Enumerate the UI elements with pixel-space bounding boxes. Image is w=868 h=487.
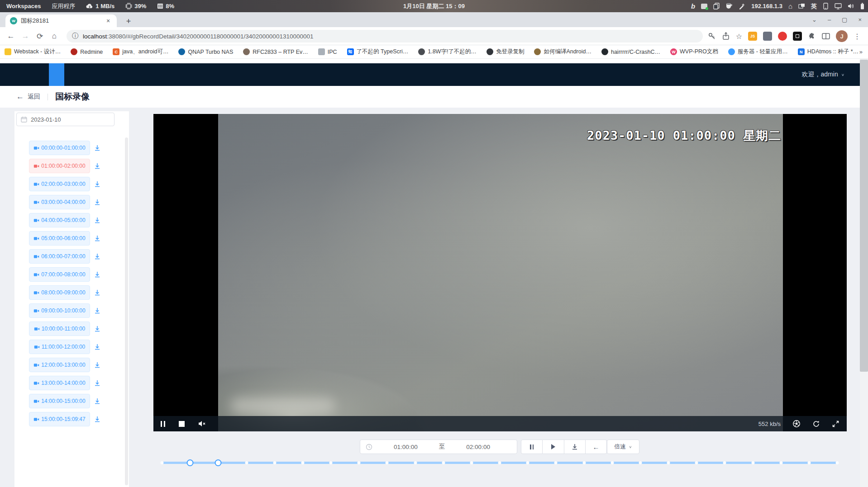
segment-button[interactable]: 06:00:00-07:00:00 — [29, 249, 90, 264]
start-time-value[interactable]: 01:00:00 — [372, 444, 439, 450]
segment-button[interactable]: 08:00:00-09:00:00 — [29, 285, 90, 300]
mute-icon[interactable] — [198, 420, 206, 427]
bookmark-item[interactable]: 如何编译Android… — [534, 48, 591, 56]
download-segment-button[interactable] — [93, 307, 101, 315]
clipboard-icon[interactable] — [713, 3, 720, 9]
back-button[interactable]: ← — [5, 31, 16, 42]
nav-item[interactable] — [29, 63, 45, 86]
download-segment-button[interactable] — [93, 288, 101, 297]
timeline-handle[interactable] — [215, 459, 222, 466]
battery-icon[interactable] — [860, 3, 864, 9]
extension-grey-icon[interactable] — [763, 32, 772, 41]
end-time-value[interactable]: 02:00:00 — [445, 444, 511, 450]
back-link[interactable]: ← 返回 — [16, 92, 40, 101]
bookmark-item[interactable]: C java、android可… — [113, 48, 168, 56]
download-segment-button[interactable] — [93, 144, 101, 152]
extension-red-icon[interactable] — [778, 32, 787, 41]
segment-button[interactable]: 14:00:00-15:00:00 — [29, 394, 90, 408]
download-segment-button[interactable] — [93, 216, 101, 224]
extension-black-icon[interactable] — [793, 32, 802, 41]
download-segment-button[interactable] — [93, 343, 101, 351]
bookmark-item[interactable]: 免登录复制 — [486, 48, 525, 56]
tab-close-icon[interactable]: × — [104, 17, 112, 25]
caffeine-cup-icon[interactable] — [725, 3, 733, 9]
extension-js-icon[interactable]: JS — [748, 32, 757, 41]
window-minimize-button[interactable]: – — [828, 16, 831, 23]
segment-button[interactable]: 13:00:00-14:00:00 — [29, 376, 90, 390]
segment-button[interactable]: 10:00:00-11:00:00 — [29, 322, 90, 336]
segment-button[interactable]: 11:00:00-12:00:00 — [29, 340, 90, 354]
time-range-input[interactable]: 01:00:00 至 02:00:00 — [360, 440, 517, 454]
page-scrollbar-thumb[interactable] — [860, 60, 868, 372]
user-menu[interactable]: 欢迎，admin ∨ — [802, 63, 844, 86]
download-segment-button[interactable] — [93, 415, 101, 423]
segment-button[interactable]: 15:00:00-15:09:47 — [29, 412, 90, 426]
window-close-button[interactable]: × — [858, 16, 862, 23]
bookmarks-overflow-icon[interactable]: » — [859, 48, 863, 55]
address-bar[interactable]: ⓘ localhost:38080/#/gbRecordDetail/34020… — [67, 30, 703, 43]
bookmark-item[interactable]: N HDAtmos :: 种子 *… — [798, 48, 858, 56]
extensions-puzzle-icon[interactable] — [808, 32, 816, 40]
download-segment-button[interactable] — [93, 397, 101, 405]
ip-address[interactable]: 192.168.1.3 — [751, 3, 782, 9]
window-switcher-icon[interactable] — [798, 3, 805, 9]
color-picker-icon[interactable] — [739, 3, 745, 9]
browser-menu-icon[interactable]: ⋮ — [854, 32, 861, 41]
app-indicator-icon[interactable] — [701, 4, 707, 9]
nav-item[interactable] — [146, 63, 162, 86]
sidebar-scrollbar[interactable] — [125, 137, 128, 485]
profile-avatar[interactable]: J — [836, 30, 848, 42]
play-button[interactable] — [543, 440, 564, 454]
passwords-key-icon[interactable] — [708, 32, 716, 40]
browser-tab[interactable]: W 国标28181 × — [5, 14, 117, 27]
segment-button[interactable]: 01:00:00-02:00:00 — [29, 159, 90, 173]
nav-item[interactable] — [88, 63, 103, 86]
applications-menu[interactable]: 应用程序 — [52, 2, 75, 10]
player-stop-button[interactable] — [179, 421, 185, 427]
player-pause-button[interactable] — [161, 421, 165, 427]
seek-back-button[interactable]: ← — [586, 440, 607, 454]
share-icon[interactable] — [722, 32, 730, 40]
bookmark-star-icon[interactable]: ☆ — [736, 32, 742, 41]
ime-indicator[interactable]: 英 — [811, 2, 817, 10]
segment-button[interactable]: 02:00:00-03:00:00 — [29, 177, 90, 191]
bookmark-item[interactable]: QNAP Turbo NAS — [178, 48, 233, 55]
segment-button[interactable]: 09:00:00-10:00:00 — [29, 303, 90, 318]
segment-button[interactable]: 03:00:00-04:00:00 — [29, 195, 90, 209]
download-segment-button[interactable] — [93, 180, 101, 188]
download-segment-button[interactable] — [93, 361, 101, 369]
download-segment-button[interactable] — [93, 234, 101, 242]
forward-button[interactable]: → — [20, 31, 31, 42]
split-view-icon[interactable] — [822, 33, 830, 40]
bing-tray-icon[interactable]: b — [691, 2, 695, 10]
download-button[interactable] — [564, 440, 586, 454]
phone-link-icon[interactable] — [823, 3, 829, 9]
bookmark-item[interactable]: RFC2833 – RTP Ev… — [243, 48, 308, 55]
nav-item[interactable] — [68, 63, 84, 86]
volume-icon[interactable] — [848, 3, 854, 9]
new-tab-button[interactable]: + — [123, 16, 134, 27]
page-scrollbar[interactable] — [860, 59, 868, 487]
download-segment-button[interactable] — [93, 198, 101, 206]
bookmark-item[interactable]: 知 了不起的 TypeScri… — [347, 48, 409, 56]
bookmark-item[interactable]: 服务器 - 轻量应用… — [728, 48, 788, 56]
bookmark-item[interactable]: IPC — [318, 48, 337, 55]
snapshot-aperture-icon[interactable] — [792, 420, 801, 428]
segment-button[interactable]: 07:00:00-08:00:00 — [29, 267, 90, 282]
nav-item[interactable] — [49, 63, 64, 86]
nav-item[interactable] — [107, 63, 123, 86]
bookmark-item[interactable]: 1.8W字!了不起的… — [418, 48, 477, 56]
bookmark-item[interactable]: Redmine — [71, 48, 103, 55]
display-icon[interactable] — [835, 3, 842, 9]
refresh-icon[interactable] — [812, 420, 820, 428]
nav-item[interactable] — [10, 63, 25, 86]
fullscreen-icon[interactable] — [832, 420, 839, 428]
segment-button[interactable]: 00:00:00-01:00:00 — [29, 141, 90, 155]
window-maximize-button[interactable]: ▢ — [842, 16, 847, 23]
download-segment-button[interactable] — [93, 252, 101, 260]
bookmark-item[interactable]: hairrrrr/C-CrashC… — [601, 48, 660, 55]
download-segment-button[interactable] — [93, 270, 101, 279]
nav-item[interactable] — [127, 63, 142, 86]
nav-item[interactable] — [185, 63, 200, 86]
segment-button[interactable]: 04:00:00-05:00:00 — [29, 213, 90, 227]
